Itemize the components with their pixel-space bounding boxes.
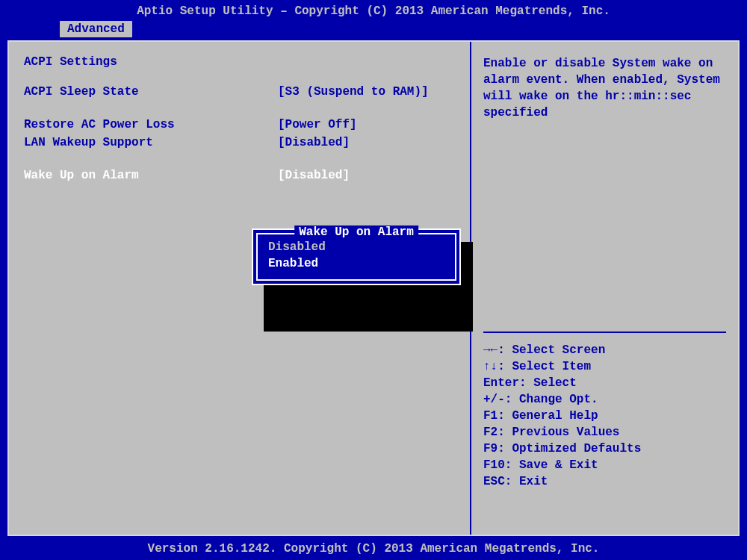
popup-option-disabled[interactable]: Disabled — [261, 239, 452, 255]
setting-value: [Disabled] — [278, 167, 350, 184]
key-f2: F2: Previous Values — [483, 424, 726, 441]
setting-value: [Disabled] — [278, 134, 350, 151]
key-f1: F1: General Help — [483, 408, 726, 424]
key-esc: ESC: Exit — [483, 473, 726, 490]
key-select-item: ↑↓: Select Item — [483, 358, 726, 375]
popup-title: Wake Up on Alarm — [294, 225, 418, 239]
bios-title: Aptio Setup Utility – Copyright (C) 2013… — [0, 0, 747, 21]
key-enter: Enter: Select — [483, 375, 726, 391]
divider — [483, 332, 726, 333]
setting-wake-up-on-alarm[interactable]: Wake Up on Alarm [Disabled] — [24, 167, 455, 184]
footer-version: Version 2.16.1242. Copyright (C) 2013 Am… — [0, 542, 747, 556]
setting-label: Wake Up on Alarm — [24, 167, 278, 184]
help-text: Enable or disable System wake on alarm e… — [483, 55, 726, 121]
setting-acpi-sleep-state[interactable]: ACPI Sleep State [S3 (Suspend to RAM)] — [24, 84, 455, 100]
setting-value: [S3 (Suspend to RAM)] — [278, 84, 429, 100]
setting-value: [Power Off] — [278, 116, 357, 133]
settings-pane: ACPI Settings ACPI Sleep State [S3 (Susp… — [9, 42, 471, 535]
setting-label: LAN Wakeup Support — [24, 134, 278, 151]
key-help: →←: Select Screen ↑↓: Select Item Enter:… — [483, 342, 726, 490]
key-f9: F9: Optimized Defaults — [483, 441, 726, 457]
section-heading: ACPI Settings — [24, 55, 455, 69]
setting-lan-wakeup-support[interactable]: LAN Wakeup Support [Disabled] — [24, 134, 455, 151]
main-area: ACPI Settings ACPI Sleep State [S3 (Susp… — [7, 40, 740, 536]
key-select-screen: →←: Select Screen — [483, 342, 726, 358]
popup-wake-up-on-alarm: Wake Up on Alarm Disabled Enabled — [252, 228, 461, 285]
setting-restore-ac-power-loss[interactable]: Restore AC Power Loss [Power Off] — [24, 116, 455, 133]
popup-option-enabled[interactable]: Enabled — [261, 255, 452, 272]
tab-advanced[interactable]: Advanced — [60, 21, 132, 37]
key-change-opt: +/-: Change Opt. — [483, 391, 726, 408]
tab-row: Advanced — [0, 21, 747, 37]
setting-label: ACPI Sleep State — [24, 84, 278, 100]
help-pane: Enable or disable System wake on alarm e… — [471, 42, 738, 535]
setting-label: Restore AC Power Loss — [24, 116, 278, 133]
key-f10: F10: Save & Exit — [483, 457, 726, 473]
